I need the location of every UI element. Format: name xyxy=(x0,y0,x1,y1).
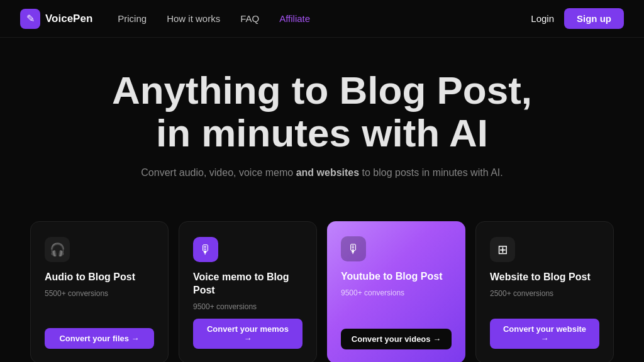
nav-item-pricing[interactable]: Pricing xyxy=(118,13,147,24)
card-youtube-title: Youtube to Blog Post xyxy=(341,270,452,283)
card-audio: 🎧 Audio to Blog Post 5500+ conversions C… xyxy=(30,221,169,362)
card-youtube-button[interactable]: Convert your videos → xyxy=(341,329,452,349)
website-icon: ⊞ xyxy=(490,237,515,262)
cards-section: 🎧 Audio to Blog Post 5500+ conversions C… xyxy=(0,204,644,362)
login-button[interactable]: Login xyxy=(531,13,554,24)
nav-item-faq[interactable]: FAQ xyxy=(240,13,259,24)
card-audio-button[interactable]: Convert your files → xyxy=(45,328,154,349)
nav-links: Pricing How it works FAQ Affiliate xyxy=(118,13,531,24)
hero-title-line1: Anything to Blog Post, xyxy=(112,69,532,112)
navbar: ✎ VoicePen Pricing How it works FAQ Affi… xyxy=(0,0,644,38)
audio-icon: 🎧 xyxy=(45,237,70,262)
hero-subtitle: Convert audio, video, voice memo and web… xyxy=(20,167,624,178)
card-website: ⊞ Website to Blog Post 2500+ conversions… xyxy=(475,221,614,362)
signup-button[interactable]: Sign up xyxy=(564,8,624,29)
card-voice-memo-button[interactable]: Convert your memos → xyxy=(193,319,303,349)
logo-text: VoicePen xyxy=(45,13,92,25)
hero-section: Anything to Blog Post, in minutes with A… xyxy=(0,38,644,204)
card-audio-title: Audio to Blog Post xyxy=(45,271,154,284)
card-youtube-count: 9500+ conversions xyxy=(341,288,452,297)
youtube-icon: 🎙 xyxy=(341,236,366,261)
card-youtube: 🎙 Youtube to Blog Post 9500+ conversions… xyxy=(327,221,465,362)
nav-item-how-it-works[interactable]: How it works xyxy=(167,13,220,24)
card-audio-count: 5500+ conversions xyxy=(45,289,154,298)
card-website-title: Website to Blog Post xyxy=(490,271,599,284)
card-voice-memo: 🎙 Voice memo to Blog Post 9500+ conversi… xyxy=(179,221,317,362)
nav-item-affiliate[interactable]: Affiliate xyxy=(279,13,310,24)
card-website-button[interactable]: Convert your website → xyxy=(490,319,599,349)
voice-memo-icon: 🎙 xyxy=(193,237,218,262)
hero-title-line2: in minutes with AI xyxy=(156,111,488,155)
card-voice-memo-count: 9500+ conversions xyxy=(193,302,303,311)
hero-title: Anything to Blog Post, in minutes with A… xyxy=(20,69,624,155)
nav-actions: Login Sign up xyxy=(531,8,624,29)
card-website-count: 2500+ conversions xyxy=(490,289,599,298)
logo[interactable]: ✎ VoicePen xyxy=(20,9,92,29)
logo-icon: ✎ xyxy=(20,9,40,29)
card-voice-memo-title: Voice memo to Blog Post xyxy=(193,271,303,297)
